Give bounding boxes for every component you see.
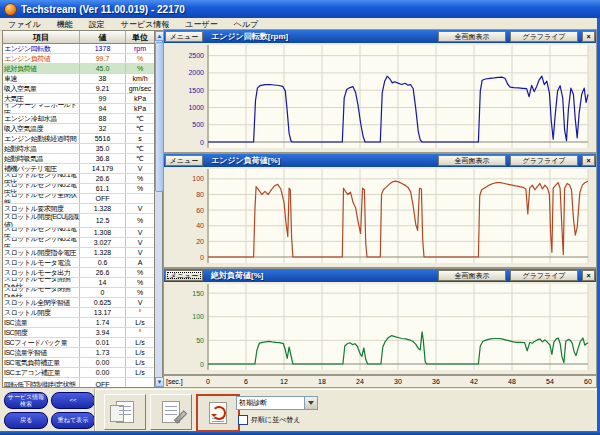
table-row[interactable]: 始動時吸気温36.8℃ bbox=[3, 154, 154, 164]
title-bar[interactable]: Techstream (Ver 11.00.019) - 22170 bbox=[0, 0, 600, 18]
table-row[interactable]: 始動時水温35.0℃ bbox=[3, 144, 154, 154]
close-icon[interactable]: × bbox=[582, 270, 595, 281]
item-unit: L/s bbox=[126, 318, 154, 327]
svg-text:1000: 1000 bbox=[188, 104, 204, 111]
item-value: 3.94 bbox=[80, 328, 126, 337]
overlay-display-button[interactable]: 重ねて表示 bbox=[51, 412, 95, 429]
item-label: スロットルモータ出力 bbox=[3, 268, 80, 277]
table-row[interactable]: ISCエアコン補正量0.00L/s bbox=[3, 368, 154, 378]
menu-function[interactable]: 機能 bbox=[49, 19, 81, 30]
menu-settings[interactable]: 設定 bbox=[81, 19, 113, 30]
table-row[interactable]: スロットル開度13.17° bbox=[3, 308, 154, 318]
sort-checkbox[interactable] bbox=[238, 415, 248, 425]
table-row[interactable]: ISC流量1.74L/s bbox=[3, 318, 154, 328]
menu-service-info[interactable]: サービス情報 bbox=[113, 19, 178, 30]
chart-menu-button[interactable]: メニュー bbox=[165, 270, 203, 281]
menu-help[interactable]: ヘルプ bbox=[226, 19, 267, 30]
axis-tick-label: 6 bbox=[237, 378, 255, 385]
item-value: 0.625 bbox=[80, 298, 126, 307]
table-row[interactable]: スロットル開度指令電圧1.328V bbox=[3, 248, 154, 258]
close-icon[interactable]: × bbox=[582, 155, 595, 166]
table-row[interactable]: スロットルモータ電流0.6A bbox=[3, 258, 154, 268]
item-value: OFF bbox=[80, 194, 126, 203]
dropdown-value: 初期診断 bbox=[237, 398, 304, 408]
table-row[interactable]: ISC電気負荷補正量0.00L/s bbox=[3, 358, 154, 368]
table-row[interactable]: スロットルセンサNo.2電圧3.027V bbox=[3, 238, 154, 248]
svg-text:50: 50 bbox=[196, 337, 204, 344]
table-row[interactable]: ISC開度3.94° bbox=[3, 328, 154, 338]
table-row[interactable]: 補機バッテリ電圧14.179V bbox=[3, 164, 154, 174]
collapse-button[interactable]: << bbox=[51, 392, 95, 409]
chart-title: エンジン回転数[rpm] bbox=[211, 31, 438, 42]
table-row[interactable]: スロットル全閉学習値0.625V bbox=[3, 298, 154, 308]
table-row[interactable]: スロットルセンサNo.1電圧1.308V bbox=[3, 228, 154, 238]
fullscreen-button[interactable]: 全画面表示 bbox=[438, 270, 506, 281]
table-row[interactable]: 吸入空気量9.21gm/sec bbox=[3, 84, 154, 94]
table-row[interactable]: エンジン始動後経過時間5516s bbox=[3, 134, 154, 144]
table-row[interactable]: スロットルセンサNo.1電圧比26.6% bbox=[3, 174, 154, 184]
table-row[interactable]: ISC流量学習値1.73L/s bbox=[3, 348, 154, 358]
time-axis: [sec.] 06121824303642485460 bbox=[163, 375, 597, 388]
table-row[interactable]: ISCフィードバック量0.01L/s bbox=[3, 338, 154, 348]
svg-text:20: 20 bbox=[196, 238, 204, 245]
table-scrollbar[interactable]: ▲ ▼ bbox=[154, 31, 162, 387]
table-row[interactable]: スロットルモータ出力26.6% bbox=[3, 268, 154, 278]
chevron-down-icon[interactable] bbox=[304, 397, 317, 409]
table-row[interactable]: エンジン負荷値99.7% bbox=[3, 54, 154, 64]
diagnosis-mode-dropdown[interactable]: 初期診断 bbox=[236, 396, 318, 410]
table-row[interactable]: スロットル要求開度1.328V bbox=[3, 204, 154, 214]
table-row[interactable]: エンジン回転数1378rpm bbox=[3, 44, 154, 54]
refresh-page-icon bbox=[209, 402, 227, 424]
menu-user[interactable]: ユーザー bbox=[177, 19, 225, 30]
edit-report-button[interactable] bbox=[150, 394, 192, 430]
back-button[interactable]: 戻る bbox=[4, 412, 48, 429]
table-row[interactable]: スロットルセンサNo.2電圧比61.1% bbox=[3, 184, 154, 194]
item-value: 0.6 bbox=[80, 258, 126, 267]
item-label: スロットルセンサNo.1電圧 bbox=[3, 228, 80, 237]
item-label: ISCフィードバック量 bbox=[3, 338, 80, 347]
chart-menu-button[interactable]: メニュー bbox=[165, 31, 203, 42]
table-row[interactable]: インテークマニホールド圧94kPa bbox=[3, 104, 154, 114]
fullscreen-button[interactable]: 全画面表示 bbox=[438, 31, 506, 42]
graphlive-button[interactable]: グラフライブ bbox=[510, 155, 578, 166]
table-row[interactable]: スロットルセンサ全閉状態OFF bbox=[3, 194, 154, 204]
table-row[interactable]: エンジン冷却水温88℃ bbox=[3, 114, 154, 124]
table-row[interactable]: 絶対負荷値45.0% bbox=[3, 64, 154, 74]
item-unit: % bbox=[126, 214, 154, 227]
list-view-button[interactable] bbox=[104, 394, 146, 430]
item-value: 1.328 bbox=[80, 248, 126, 257]
edit-page-icon bbox=[162, 401, 180, 423]
chart-menu-button[interactable]: メニュー bbox=[165, 155, 203, 166]
item-value: 13.17 bbox=[80, 308, 126, 317]
item-label: ISCエアコン補正量 bbox=[3, 368, 80, 377]
item-label: ISC流量学習値 bbox=[3, 348, 80, 357]
fullscreen-button[interactable]: 全画面表示 bbox=[438, 155, 506, 166]
svg-text:40: 40 bbox=[196, 222, 204, 229]
refresh-data-button[interactable] bbox=[196, 394, 240, 432]
header-item: 項目 bbox=[3, 31, 80, 43]
item-value: 1.308 bbox=[80, 228, 126, 237]
axis-tick-label: 36 bbox=[427, 378, 445, 385]
table-row[interactable]: スロットル開度(ECU認識値)12.5% bbox=[3, 214, 154, 228]
menu-file[interactable]: ファイル bbox=[0, 19, 49, 30]
service-info-search-button[interactable]: サービス情報検索 bbox=[4, 392, 48, 409]
chart-panel-absload: メニュー 絶対負荷値[%] 全画面表示 グラフライブ × 150100500 bbox=[163, 268, 597, 375]
table-row[interactable]: 回転低下時制御判定状態OFF bbox=[3, 378, 154, 387]
window-title: Techstream (Ver 11.00.019) - 22170 bbox=[21, 4, 185, 15]
table-row[interactable]: 車速38km/h bbox=[3, 74, 154, 84]
graphlive-button[interactable]: グラフライブ bbox=[510, 270, 578, 281]
graphlive-button[interactable]: グラフライブ bbox=[510, 31, 578, 42]
header-unit: 単位 bbox=[126, 31, 154, 43]
chart-title: 絶対負荷値[%] bbox=[211, 270, 438, 281]
table-row[interactable]: 大気圧99kPa bbox=[3, 94, 154, 104]
item-unit bbox=[126, 194, 154, 203]
axis-unit-label: [sec.] bbox=[166, 378, 192, 385]
bottom-bar: サービス情報検索 << 戻る 重ねて表示 bbox=[0, 389, 597, 431]
svg-text:60: 60 bbox=[196, 207, 204, 214]
close-icon[interactable]: × bbox=[582, 31, 595, 42]
table-row[interactable]: スロットルモータ開側Duty比14% bbox=[3, 278, 154, 288]
item-unit: V bbox=[126, 298, 154, 307]
table-row[interactable]: 吸入空気温度32℃ bbox=[3, 124, 154, 134]
item-label: スロットルモータ開側Duty比 bbox=[3, 278, 80, 287]
table-row[interactable]: スロットルモータ閉側Duty比0% bbox=[3, 288, 154, 298]
